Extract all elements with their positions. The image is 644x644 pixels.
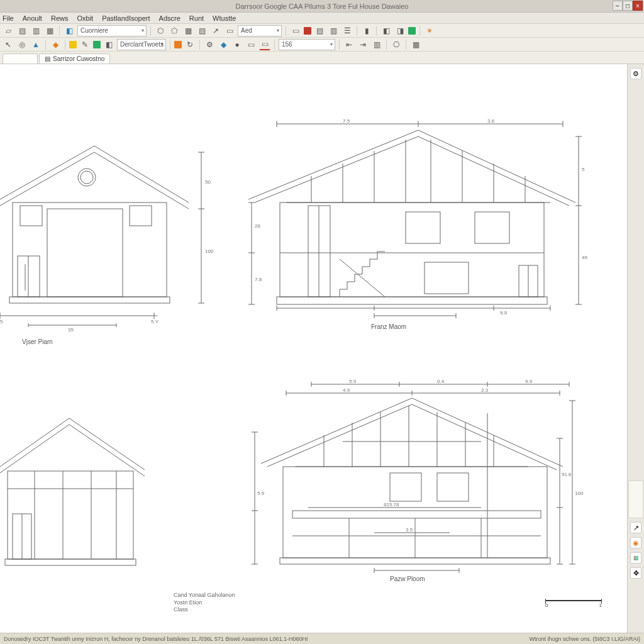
gear-icon[interactable]: ⚙ (204, 39, 215, 50)
pointer-icon[interactable]: ↖ (3, 39, 14, 50)
barcode-icon[interactable]: ▮ (361, 25, 372, 36)
underline-icon[interactable]: ▭ (259, 39, 270, 50)
tab-active[interactable]: ▤ Sarrizor Cuwostno (39, 53, 110, 64)
menu-wtustte[interactable]: Wtustte (213, 14, 236, 22)
right-panel: ⚙ ↗ ◉ ▦ ✥ (628, 64, 644, 633)
save-icon[interactable]: ▥ (30, 25, 42, 36)
compass-icon[interactable]: ↗ (630, 522, 641, 533)
red-swatch-icon[interactable] (304, 27, 311, 35)
indent-icon[interactable]: ⇤ (343, 39, 355, 50)
panel-block[interactable] (628, 480, 643, 518)
target-icon[interactable]: ◎ (16, 39, 28, 50)
svg-rect-87 (390, 473, 421, 501)
dim-d-int: 815.78 (384, 502, 399, 508)
shape-pent-icon[interactable]: ⬠ (169, 25, 180, 36)
svg-point-5 (80, 171, 93, 184)
elevation-b: 7.5 3.6 28 7.8 5 49 9.8 Franz Maom (248, 121, 582, 335)
menu-pastlandIsopert[interactable]: PastlandIsopert (102, 14, 150, 22)
new-doc-icon[interactable]: ▱ (3, 25, 14, 36)
list-icon[interactable]: ▤ (314, 25, 325, 36)
toolbar-row-2: ↖ ◎ ▲ ◆ ✎ ◧ DerclantTwoets ↻ ⚙ ◆ ● ▭ ▭ 1… (0, 38, 644, 52)
close-button[interactable]: × (633, 1, 643, 11)
combo-dercl[interactable]: DerclantTwoets (117, 39, 166, 50)
star-icon[interactable]: ✶ (424, 25, 435, 36)
menu-adscre[interactable]: Adscre (159, 14, 180, 22)
layers-icon[interactable]: ◧ (103, 39, 114, 50)
outdent-icon[interactable]: ⇥ (357, 39, 369, 50)
grid-icon[interactable]: ▦ (182, 25, 194, 36)
yellow-swatch-icon[interactable] (69, 41, 77, 48)
dim-d-vru: 91.6 (562, 472, 572, 477)
grid3-icon[interactable]: ▥ (371, 39, 382, 50)
svg-rect-38 (425, 262, 469, 294)
palette-icon[interactable]: ▦ (630, 552, 641, 564)
elevation-a-label: Vjser Piarn (22, 338, 53, 345)
dot-icon[interactable]: ● (231, 39, 243, 50)
menu-file[interactable]: File (3, 14, 14, 22)
elevation-a: 50 100 5 5.Y 35 Vjser Piarn (0, 140, 214, 328)
dim-a-br: 5.Y (151, 319, 159, 325)
combo-aed[interactable]: Aed (238, 25, 282, 36)
anchor-icon[interactable]: ⎔ (391, 39, 402, 50)
align-icon[interactable]: ☰ (341, 25, 353, 36)
move-icon[interactable]: ✥ (630, 567, 641, 579)
dim-d-t1: 5.9 (349, 379, 357, 384)
drawing-info-block: Cand Yonaal Gaholanon Yostn Etion Class (174, 592, 235, 614)
dim-d-t3: 9.9 (525, 379, 533, 384)
orange-swatch-icon[interactable] (174, 41, 182, 48)
menu-anoult[interactable]: Anoult (23, 14, 42, 22)
dim-b-vr-upper: 5 (582, 167, 585, 172)
separator (170, 40, 170, 50)
svg-rect-88 (437, 473, 469, 501)
separator (419, 26, 420, 36)
tab-blank[interactable] (3, 53, 38, 64)
open-icon[interactable]: ▤ (16, 25, 28, 36)
dim-d-vl: 5.9 (257, 491, 265, 496)
col-right-icon[interactable]: ◨ (394, 25, 406, 36)
minimize-button[interactable]: − (613, 1, 623, 11)
cube-icon[interactable]: ◆ (218, 39, 229, 50)
grid4-icon[interactable]: ▦ (410, 39, 421, 50)
menubar: File Anoult Rews Oxbit PastlandIsopert A… (0, 13, 644, 24)
window-titlebar: Darrsoor Google CAA Pilums 3 Tore Ful Ho… (0, 0, 644, 13)
color-picker-icon[interactable]: ◆ (50, 39, 61, 50)
menu-oxbit[interactable]: Oxbit (77, 14, 93, 22)
tab-label: Sarrizor Cuwostno (53, 55, 104, 62)
rect-icon[interactable]: ▭ (224, 25, 235, 36)
svg-rect-90 (292, 511, 541, 518)
combo-156[interactable]: 156 (279, 39, 335, 50)
elevation-d: 5.9 0.4 9.9 4.9 2.3 5.9 91.6 100 815.78 … (248, 382, 582, 583)
green2-swatch-icon[interactable] (93, 41, 101, 48)
combo-object[interactable]: Cuorniere (77, 25, 147, 36)
settings-icon[interactable]: ⚙ (630, 68, 641, 79)
shape-hex-icon[interactable]: ⬡ (155, 25, 166, 36)
work-area: 50 100 5 5.Y 35 Vjser Piarn (0, 64, 644, 633)
refresh-icon[interactable]: ↻ (184, 39, 196, 50)
table-icon[interactable]: ▭ (290, 25, 301, 36)
layer-icon[interactable]: ◧ (64, 25, 75, 36)
menu-runt[interactable]: Runt (189, 14, 204, 22)
separator (199, 40, 200, 50)
maximize-button[interactable]: □ (623, 1, 633, 11)
list2-icon[interactable]: ▥ (328, 25, 339, 36)
arrow-icon[interactable]: ↗ (210, 25, 221, 36)
col-left-icon[interactable]: ◧ (380, 25, 392, 36)
tab-strip: ▤ Sarrizor Cuwostno (0, 52, 644, 64)
green-swatch-icon[interactable] (408, 27, 416, 35)
globe-icon[interactable]: ◉ (630, 537, 641, 548)
edit-icon[interactable]: ✎ (79, 39, 91, 50)
separator (59, 26, 60, 36)
elevation-c (0, 413, 164, 577)
svg-rect-1 (9, 297, 170, 303)
dim-d-tl: 4.9 (343, 387, 350, 393)
rect2-icon[interactable]: ▭ (245, 39, 257, 50)
menu-rews[interactable]: Rews (51, 14, 69, 22)
print-icon[interactable]: ▦ (44, 25, 55, 36)
svg-rect-8 (47, 209, 123, 297)
svg-rect-31 (280, 203, 544, 297)
separator (406, 40, 406, 50)
drawing-canvas[interactable]: 50 100 5 5.Y 35 Vjser Piarn (0, 64, 628, 633)
grid2-icon[interactable]: ▤ (196, 25, 208, 36)
upload-icon[interactable]: ▲ (30, 39, 42, 50)
svg-rect-2 (20, 206, 42, 226)
